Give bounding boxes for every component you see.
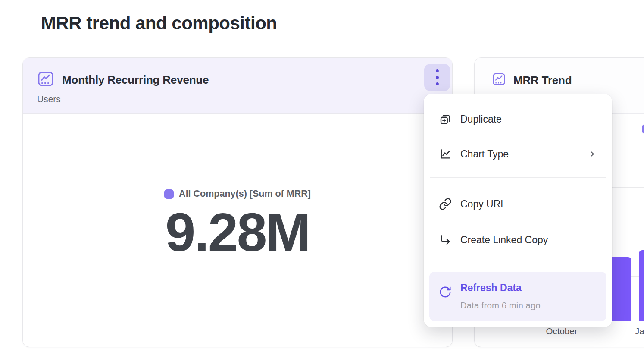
linked-copy-icon — [439, 233, 452, 246]
kebab-dot — [436, 69, 439, 72]
x-axis-tick-label: October — [531, 326, 592, 336]
menu-item-label: Chart Type — [460, 148, 509, 160]
trend-bar — [639, 250, 644, 321]
menu-item-chart-type[interactable]: Chart Type — [424, 142, 612, 166]
x-axis-tick-label: Ja — [635, 326, 644, 336]
data-freshness-text: Data from 6 min ago — [460, 300, 541, 311]
mrr-card-title: Monthly Recurring Revenue — [62, 73, 209, 87]
legend-label: All Company(s) [Sum of MRR] — [179, 189, 311, 199]
menu-item-duplicate[interactable]: Duplicate — [424, 107, 612, 131]
menu-item-create-linked-copy[interactable]: Create Linked Copy — [424, 228, 612, 252]
link-icon — [439, 198, 452, 211]
menu-item-label: Copy URL — [460, 198, 506, 210]
kebab-dot — [436, 82, 439, 85]
mrr-total-value: 9.28M — [165, 205, 309, 260]
page-title: MRR trend and composition — [41, 13, 277, 34]
chart-type-icon — [439, 148, 452, 160]
card-options-button[interactable] — [424, 64, 450, 91]
refresh-icon — [439, 286, 452, 299]
monthly-recurring-revenue-card: Monthly Recurring Revenue Users All Comp… — [22, 57, 453, 347]
chevron-right-icon — [588, 150, 597, 158]
menu-item-label: Create Linked Copy — [460, 234, 548, 246]
big-number-stat: All Company(s) [Sum of MRR] 9.28M — [23, 189, 452, 260]
legend-swatch — [164, 189, 174, 199]
mrr-card-header: Monthly Recurring Revenue Users — [23, 58, 452, 114]
chart-widget-icon — [492, 72, 506, 86]
menu-item-copy-url[interactable]: Copy URL — [424, 192, 612, 216]
mrr-card-subtitle: Users — [37, 94, 61, 104]
legend: All Company(s) [Sum of MRR] — [164, 189, 311, 199]
mrr-trend-card-title: MRR Trend — [513, 74, 572, 87]
chart-widget-icon — [37, 70, 54, 88]
kebab-dot — [436, 76, 439, 79]
menu-item-label: Refresh Data — [460, 282, 522, 294]
trend-legend-swatch — [642, 124, 644, 134]
menu-item-label: Duplicate — [460, 113, 502, 125]
menu-divider — [430, 177, 606, 178]
menu-divider — [430, 264, 606, 264]
card-options-menu: Duplicate Chart Type Copy URL — [424, 94, 612, 327]
duplicate-icon — [439, 113, 452, 126]
menu-item-refresh-data[interactable]: Refresh Data Data from 6 min ago — [429, 272, 606, 321]
